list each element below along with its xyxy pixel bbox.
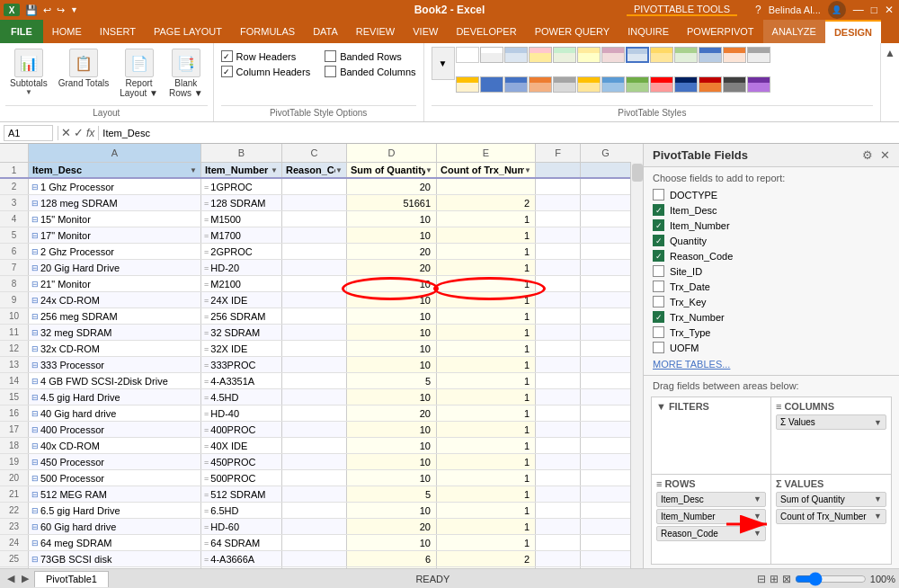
- cell-f1[interactable]: [536, 163, 581, 177]
- cell-d[interactable]: 10: [347, 292, 437, 307]
- field-reason-code[interactable]: ✓ Reason_Code: [653, 248, 890, 263]
- style-light-12[interactable]: [747, 47, 770, 63]
- sheet-tab-pivottable1[interactable]: PivotTable1: [34, 571, 109, 587]
- cell-d[interactable]: 10: [347, 325, 437, 340]
- style-light-4[interactable]: [553, 47, 576, 63]
- cell-b[interactable]: =450PROC: [201, 454, 282, 469]
- cell-d[interactable]: 10: [347, 227, 437, 243]
- cell-b[interactable]: =6.5HD: [201, 503, 282, 518]
- cell-e[interactable]: 1: [437, 503, 536, 518]
- cell-f[interactable]: [536, 503, 581, 518]
- style-light-10[interactable]: [699, 47, 722, 63]
- view-break[interactable]: ⊠: [782, 573, 791, 585]
- cell-c[interactable]: [282, 244, 347, 259]
- field-item-desc[interactable]: ✓ Item_Desc: [653, 202, 890, 218]
- tab-review[interactable]: REVIEW: [347, 20, 404, 43]
- style-med-1[interactable]: [480, 76, 503, 93]
- cell-f[interactable]: [536, 179, 581, 194]
- cell-b[interactable]: =HD-40: [201, 405, 282, 421]
- help-btn[interactable]: ?: [755, 4, 761, 16]
- field-site-id[interactable]: Site_ID: [653, 263, 890, 279]
- cell-f[interactable]: [536, 567, 581, 568]
- cell-a[interactable]: ⊟73GB SCSI disk: [29, 551, 201, 566]
- cell-f[interactable]: [536, 438, 581, 453]
- cell-b[interactable]: =40X IDE: [201, 438, 282, 453]
- style-med-8[interactable]: [650, 76, 673, 93]
- undo-icon[interactable]: ↩: [41, 4, 53, 16]
- col-header-b[interactable]: B: [201, 144, 282, 162]
- cell-e[interactable]: 1: [437, 422, 536, 437]
- cell-b[interactable]: =8.4HD: [201, 567, 282, 568]
- report-layout-btn[interactable]: 📄 ReportLayout ▼: [115, 47, 163, 100]
- col-header-e[interactable]: E: [437, 144, 536, 162]
- cell-d[interactable]: 5: [347, 373, 437, 388]
- cell-b[interactable]: =HD-60: [201, 519, 282, 534]
- cell-d[interactable]: 10: [347, 341, 437, 356]
- style-light-3[interactable]: [529, 47, 552, 63]
- cell-e[interactable]: 1: [437, 325, 536, 340]
- cell-d[interactable]: 10: [347, 438, 437, 453]
- style-light-13[interactable]: [456, 76, 479, 93]
- subtotals-btn[interactable]: 📊 Subtotals ▼: [5, 47, 52, 98]
- cell-e[interactable]: 1: [437, 308, 536, 324]
- style-light-1[interactable]: [480, 47, 503, 63]
- save-icon[interactable]: 💾: [23, 4, 40, 16]
- cell-f[interactable]: [536, 486, 581, 502]
- cell-a[interactable]: ⊟32 meg SDRAM: [29, 325, 201, 340]
- cell-ref-box[interactable]: [4, 125, 53, 141]
- cell-f[interactable]: [536, 551, 581, 566]
- cell-b[interactable]: =M1700: [201, 227, 282, 243]
- cell-d[interactable]: 10: [347, 308, 437, 324]
- col-d-dropdown[interactable]: ▼: [425, 166, 432, 174]
- tab-page-layout[interactable]: PAGE LAYOUT: [145, 20, 231, 43]
- style-med-4[interactable]: [553, 76, 576, 93]
- cell-e[interactable]: 1: [437, 405, 536, 421]
- field-trx-number[interactable]: ✓ Trx_Number: [653, 309, 890, 325]
- cell-d[interactable]: 20: [347, 244, 437, 259]
- style-med-5[interactable]: [577, 76, 601, 93]
- values-item-sum-qty[interactable]: Sum of Quantity ▼: [776, 492, 886, 507]
- cell-a[interactable]: ⊟2 Ghz Processor: [29, 244, 201, 259]
- item-number-dropdown[interactable]: ▼: [753, 512, 761, 521]
- col-header-d[interactable]: D: [347, 144, 437, 162]
- field-trx-type[interactable]: Trx_Type: [653, 325, 890, 340]
- cell-c[interactable]: [282, 519, 347, 534]
- style-none[interactable]: [456, 47, 479, 63]
- tab-developer[interactable]: DEVELOPER: [447, 20, 525, 43]
- row-headers-checkbox[interactable]: ✓ Row Headers: [221, 50, 311, 62]
- grand-totals-btn[interactable]: 📋 Grand Totals: [54, 47, 114, 90]
- cell-d[interactable]: 10: [347, 470, 437, 486]
- cell-e[interactable]: 1: [437, 357, 536, 372]
- cell-a[interactable]: ⊟4 GB FWD SCSI-2Disk Drive: [29, 373, 201, 388]
- col-header-f[interactable]: F: [536, 144, 581, 162]
- cell-f[interactable]: [536, 195, 581, 210]
- sheet-nav-right[interactable]: ▶: [18, 573, 32, 584]
- blank-rows-btn[interactable]: 📑 BlankRows ▼: [165, 47, 208, 100]
- cell-b[interactable]: =M2100: [201, 276, 282, 291]
- style-med-3[interactable]: [529, 76, 552, 93]
- cell-f[interactable]: [536, 454, 581, 469]
- cell-b[interactable]: =1GPROC: [201, 179, 282, 194]
- cell-c[interactable]: [282, 341, 347, 356]
- cell-f[interactable]: [536, 470, 581, 486]
- style-med-9[interactable]: [674, 76, 698, 93]
- cell-f[interactable]: [536, 519, 581, 534]
- cell-f[interactable]: [536, 211, 581, 227]
- cell-a[interactable]: ⊟450 Processor: [29, 454, 201, 469]
- formula-input[interactable]: [102, 128, 895, 138]
- style-med-7[interactable]: [626, 76, 649, 93]
- ribbon-collapse-btn[interactable]: ▲: [881, 43, 899, 121]
- cell-c[interactable]: [282, 308, 347, 324]
- cell-b[interactable]: =333PROC: [201, 357, 282, 372]
- cell-f[interactable]: [536, 227, 581, 243]
- values-item-count-trx[interactable]: Count of Trx_Number ▼: [776, 509, 886, 524]
- cell-a1[interactable]: Item_Desc ▼: [29, 163, 201, 177]
- cell-e[interactable]: 1: [437, 567, 536, 568]
- cell-e[interactable]: 1: [437, 470, 536, 486]
- cell-e[interactable]: 1: [437, 519, 536, 534]
- cell-e[interactable]: 1: [437, 211, 536, 227]
- cell-c[interactable]: [282, 373, 347, 388]
- cell-e[interactable]: 1: [437, 244, 536, 259]
- cell-c[interactable]: [282, 422, 347, 437]
- cell-a[interactable]: ⊟500 Processor: [29, 470, 201, 486]
